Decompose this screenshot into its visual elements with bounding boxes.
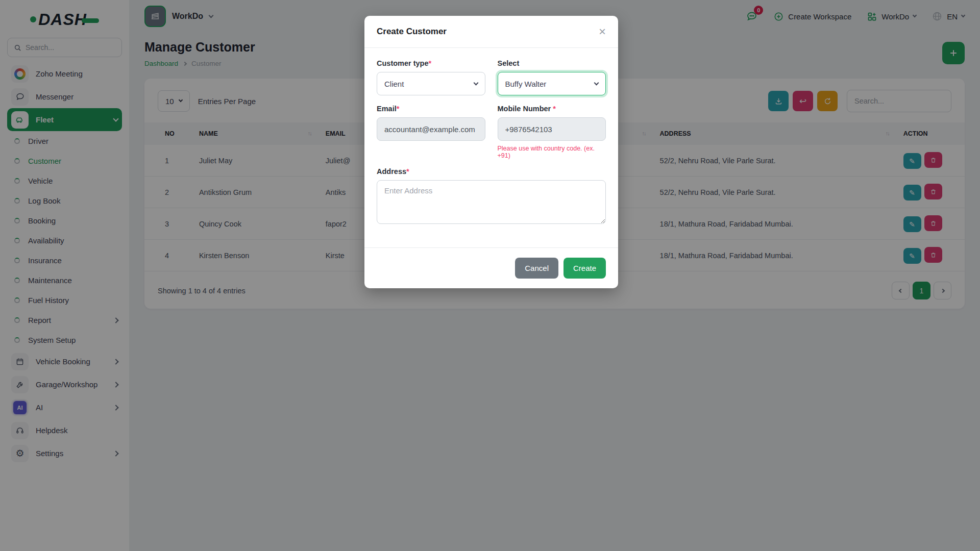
mobile-helper-text: Please use with country code. (ex. +91) [498, 145, 606, 159]
chevron-down-icon [594, 80, 599, 85]
create-button[interactable]: Create [564, 258, 606, 279]
email-label: Email [377, 105, 397, 113]
chevron-down-icon [473, 80, 478, 85]
client-select[interactable]: Buffy Walter [498, 72, 606, 95]
mobile-number-field[interactable] [498, 117, 606, 141]
app-root: DASH Zoho Meeting Messenger [0, 0, 980, 551]
create-customer-modal: Create Customer × Customer type* Client … [364, 16, 618, 288]
customer-type-select[interactable]: Client [377, 72, 485, 95]
select-label: Select [498, 59, 606, 67]
address-field-group: Address* [377, 167, 606, 244]
close-icon[interactable]: × [599, 26, 606, 38]
address-textarea[interactable] [377, 180, 606, 224]
cancel-button[interactable]: Cancel [515, 258, 558, 279]
client-select-field: Select Buffy Walter [498, 59, 606, 105]
required-asterisk: * [397, 105, 400, 113]
customer-type-label: Customer type [377, 59, 429, 67]
required-asterisk: * [429, 59, 432, 67]
modal-title: Create Customer [377, 27, 447, 37]
required-asterisk: * [406, 167, 409, 176]
email-field-group: Email* [377, 105, 485, 159]
customer-type-field: Customer type* Client [377, 59, 485, 105]
mobile-number-label: Mobile Number [498, 105, 551, 113]
mobile-field-group: Mobile Number * Please use with country … [498, 105, 606, 159]
address-label: Address [377, 167, 406, 176]
email-field[interactable] [377, 117, 485, 141]
required-asterisk: * [553, 105, 556, 113]
